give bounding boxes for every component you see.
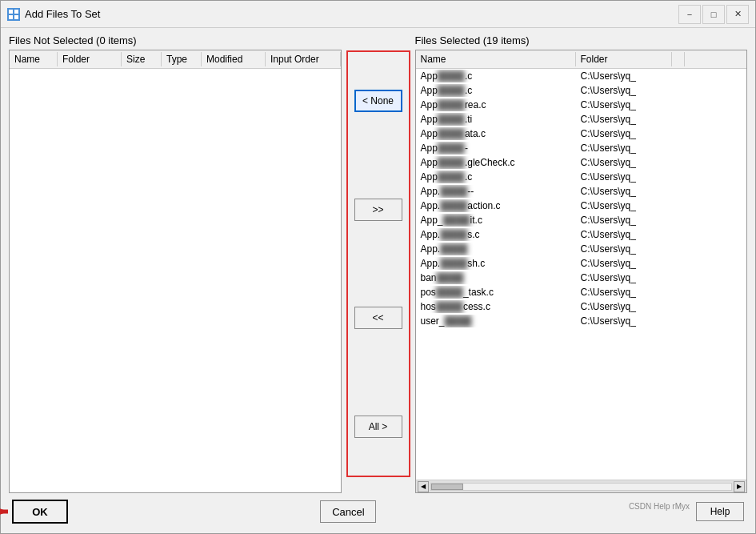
file-name-cell: hos████cess.c [416, 300, 576, 313]
file-folder-cell: C:\Users\yq_ [576, 98, 672, 111]
file-folder-cell: C:\Users\yq_ [576, 84, 672, 97]
horizontal-scrollbar[interactable]: ◀ ▶ [416, 480, 747, 492]
file-name-cell: App.████ [416, 243, 576, 255]
file-name-cell: ban████ [416, 271, 576, 284]
table-row[interactable]: App████.gleCheck.cC:\Users\yq_ [416, 155, 747, 170]
file-folder-cell: C:\Users\yq_ [576, 142, 672, 155]
file-name-cell: App.████action.c [416, 199, 576, 212]
file-folder-cell: C:\Users\yq_ [576, 199, 672, 212]
file-name-cell: App████rea.c [416, 98, 576, 111]
all-button[interactable]: All > [354, 416, 402, 438]
file-folder-cell: C:\Users\yq_ [576, 228, 672, 241]
file-folder-cell: C:\Users\yq_ [576, 113, 672, 126]
maximize-button[interactable]: □ [702, 5, 725, 24]
right-col-folder: Folder [576, 52, 672, 66]
table-row[interactable]: App████-C:\Users\yq_ [416, 141, 747, 155]
file-name-cell: App.████s.c [416, 228, 576, 241]
right-panel-label: Files Selected (19 items) [415, 34, 748, 46]
minimize-button[interactable]: − [678, 5, 701, 24]
table-row[interactable]: App████.cC:\Users\yq_ [416, 83, 747, 98]
hscroll-right-btn[interactable]: ▶ [734, 481, 745, 492]
left-col-order: Input Order [266, 52, 341, 66]
file-folder-cell: C:\Users\yq_ [576, 185, 672, 198]
left-col-modified: Modified [202, 52, 266, 66]
right-file-list[interactable]: Name Folder App████.cC:\Users\yq_App████… [415, 50, 748, 493]
cancel-button[interactable]: Cancel [320, 500, 376, 523]
bottom-left: OK [12, 500, 68, 524]
dialog-title: Add Files To Set [25, 8, 678, 20]
dialog-window: Add Files To Set − □ ✕ Files Not Selecte… [0, 0, 756, 534]
app-icon [7, 8, 20, 21]
none-button[interactable]: < None [354, 90, 402, 112]
table-row[interactable]: App████rea.cC:\Users\yq_ [416, 98, 747, 112]
hscroll-left-btn[interactable]: ◀ [418, 481, 429, 492]
file-name-cell: App████.ti [416, 113, 576, 126]
bottom-right: CSDN Help rMyх Help [629, 502, 744, 521]
table-row[interactable]: App.████--C:\Users\yq_ [416, 184, 747, 199]
window-controls: − □ ✕ [678, 5, 749, 24]
left-file-list[interactable]: Name Folder Size Type Modified Input Ord… [9, 50, 342, 493]
left-list-header: Name Folder Size Type Modified Input Ord… [10, 50, 341, 69]
file-folder-cell: C:\Users\yq_ [576, 70, 672, 82]
right-file-list-body[interactable]: App████.cC:\Users\yq_App████.cC:\Users\y… [416, 69, 747, 480]
hscroll-track[interactable] [430, 483, 733, 491]
file-folder-cell: C:\Users\yq_ [576, 127, 672, 140]
bottom-bar: OK Cancel CSDN Help rMyх Help [9, 493, 747, 527]
file-name-cell: pos████_task.c [416, 286, 576, 299]
red-arrow-icon [0, 497, 44, 526]
svg-rect-1 [14, 10, 18, 14]
table-row[interactable]: user_████C:\Users\yq_ [416, 314, 747, 328]
right-list-header: Name Folder [416, 50, 747, 69]
left-col-size: Size [122, 52, 162, 66]
svg-rect-2 [9, 15, 13, 19]
right-panel: Files Selected (19 items) Name Folder Ap… [415, 34, 748, 493]
svg-rect-3 [14, 15, 18, 19]
close-button[interactable]: ✕ [726, 5, 749, 24]
file-name-cell: App████.c [416, 84, 576, 97]
arrow-ok-container: OK [12, 500, 68, 524]
table-row[interactable]: ban████C:\Users\yq_ [416, 271, 747, 285]
file-folder-cell: C:\Users\yq_ [576, 214, 672, 227]
hscroll-thumb[interactable] [431, 484, 463, 490]
add-all-button[interactable]: >> [354, 199, 402, 221]
file-name-cell: App.████-- [416, 185, 576, 198]
left-col-type: Type [162, 52, 202, 66]
left-file-list-body[interactable] [10, 69, 341, 492]
file-folder-cell: C:\Users\yq_ [576, 300, 672, 313]
title-bar: Add Files To Set − □ ✕ [1, 1, 755, 28]
file-name-cell: App████.c [416, 171, 576, 183]
file-name-cell: App_████it.c [416, 214, 576, 227]
file-folder-cell: C:\Users\yq_ [576, 171, 672, 183]
table-row[interactable]: App.████C:\Users\yq_ [416, 242, 747, 256]
file-folder-cell: C:\Users\yq_ [576, 271, 672, 284]
file-name-cell: App████ata.c [416, 127, 576, 140]
bottom-center: Cancel [320, 500, 376, 523]
file-name-cell: App.████sh.c [416, 257, 576, 270]
dialog-content: Files Not Selected (0 items) Name Folder… [1, 28, 755, 533]
file-name-cell: user_████ [416, 315, 576, 327]
file-folder-cell: C:\Users\yq_ [576, 257, 672, 270]
right-col-scroll [672, 52, 685, 66]
table-row[interactable]: App.████action.cC:\Users\yq_ [416, 199, 747, 213]
table-row[interactable]: App.████s.cC:\Users\yq_ [416, 227, 747, 242]
table-row[interactable]: App.████sh.cC:\Users\yq_ [416, 256, 747, 271]
table-row[interactable]: App████ata.cC:\Users\yq_ [416, 126, 747, 141]
table-row[interactable]: App████.cC:\Users\yq_ [416, 69, 747, 83]
table-row[interactable]: hos████cess.cC:\Users\yq_ [416, 299, 747, 314]
file-folder-cell: C:\Users\yq_ [576, 156, 672, 169]
file-name-cell: App████.gleCheck.c [416, 156, 576, 169]
transfer-buttons-panel: < None >> << All > [346, 50, 410, 477]
left-panel: Files Not Selected (0 items) Name Folder… [9, 34, 342, 493]
file-name-cell: App████- [416, 142, 576, 155]
svg-rect-0 [9, 10, 13, 14]
remove-all-button[interactable]: << [354, 307, 402, 329]
table-row[interactable]: App████.cC:\Users\yq_ [416, 170, 747, 184]
file-folder-cell: C:\Users\yq_ [576, 315, 672, 327]
table-row[interactable]: App████.tiC:\Users\yq_ [416, 112, 747, 126]
left-col-name: Name [10, 52, 58, 66]
table-row[interactable]: App_████it.cC:\Users\yq_ [416, 213, 747, 227]
help-button[interactable]: Help [696, 502, 744, 521]
table-row[interactable]: pos████_task.cC:\Users\yq_ [416, 285, 747, 299]
file-name-cell: App████.c [416, 70, 576, 82]
file-folder-cell: C:\Users\yq_ [576, 243, 672, 255]
